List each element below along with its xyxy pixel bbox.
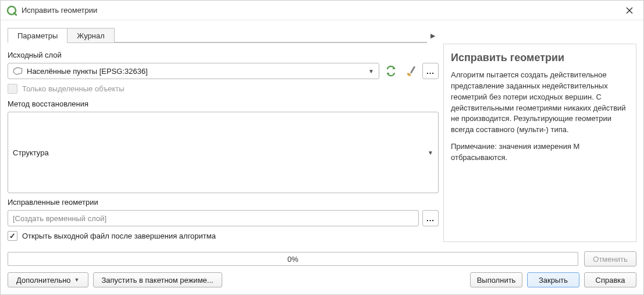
run-button[interactable]: Выполнить bbox=[470, 272, 522, 287]
input-layer-label: Исходный слой bbox=[8, 51, 439, 59]
tab-log[interactable]: Журнал bbox=[67, 28, 114, 42]
iterate-button[interactable] bbox=[383, 63, 399, 79]
input-layer-row: Населённые пункты [EPSG:32636] ▼ bbox=[8, 63, 439, 79]
polygon-layer-icon bbox=[13, 67, 23, 75]
batch-button[interactable]: Запустить в пакетном режиме... bbox=[93, 272, 222, 287]
cancel-button: Отменить bbox=[584, 251, 636, 266]
help-title: Исправить геометрии bbox=[451, 50, 629, 65]
chevron-down-icon: ▼ bbox=[74, 277, 80, 283]
titlebar: Исправить геометрии bbox=[1, 1, 643, 20]
method-label: Метод восстановления bbox=[8, 99, 439, 108]
help-paragraph-2: Примечание: значения измерения M отбрасы… bbox=[451, 141, 629, 164]
close-icon[interactable] bbox=[621, 2, 638, 19]
output-label: Исправленные геометрии bbox=[8, 198, 439, 207]
help-paragraph-1: Алгоритм пытается создать действительное… bbox=[451, 70, 629, 136]
input-layer-value: Населённые пункты [EPSG:32636] bbox=[27, 67, 148, 76]
selected-only-label: Только выделенные объекты bbox=[22, 84, 124, 93]
progress-text: 0% bbox=[287, 255, 298, 264]
dialog-window: Исправить геометрии Параметры Журнал ▶ И… bbox=[0, 0, 644, 295]
content-area: Параметры Журнал ▶ Исходный слой bbox=[1, 20, 643, 249]
chevron-down-icon: ▼ bbox=[368, 68, 374, 74]
advanced-button[interactable]: Дополнительно ▼ bbox=[8, 272, 88, 287]
help-button[interactable]: Справка bbox=[584, 272, 636, 287]
left-panel: Параметры Журнал ▶ Исходный слой bbox=[8, 27, 439, 242]
tab-bar: Параметры Журнал bbox=[8, 28, 427, 43]
app-icon bbox=[6, 5, 17, 16]
selected-only-checkbox bbox=[8, 84, 17, 94]
progress-bar: 0% bbox=[8, 252, 578, 266]
method-value: Структура bbox=[13, 148, 49, 157]
form-body: Исходный слой Населённые пункты [EPSG:32… bbox=[8, 44, 439, 242]
svg-rect-1 bbox=[410, 66, 416, 74]
tabs-row: Параметры Журнал ▶ bbox=[8, 27, 439, 44]
ellipsis-icon: ... bbox=[426, 67, 435, 75]
ellipsis-icon: ... bbox=[426, 215, 435, 222]
browse-output-button[interactable]: ... bbox=[422, 210, 439, 226]
output-placeholder: [Создать временный слой] bbox=[13, 214, 106, 223]
output-field[interactable]: [Создать временный слой] bbox=[8, 210, 419, 226]
method-select[interactable]: Структура ▼ bbox=[8, 112, 439, 193]
collapse-help-icon[interactable]: ▶ bbox=[427, 28, 439, 43]
browse-input-button[interactable]: ... bbox=[422, 63, 439, 79]
selected-only-checkbox-row: Только выделенные объекты bbox=[8, 83, 439, 95]
output-row: [Создать временный слой] ... bbox=[8, 210, 439, 226]
close-button[interactable]: Закрыть bbox=[527, 272, 579, 287]
open-after-checkbox[interactable]: ✓ bbox=[8, 231, 17, 241]
chevron-down-icon: ▼ bbox=[428, 150, 433, 156]
open-after-checkbox-row[interactable]: ✓ Открыть выходной файл после завершения… bbox=[8, 230, 439, 242]
open-after-label: Открыть выходной файл после завершения а… bbox=[22, 232, 216, 240]
advanced-options-button[interactable] bbox=[403, 63, 419, 79]
window-title: Исправить геометрии bbox=[22, 6, 621, 15]
check-icon: ✓ bbox=[9, 232, 16, 240]
tab-parameters[interactable]: Параметры bbox=[8, 28, 67, 43]
tab-filler bbox=[114, 28, 427, 42]
progress-row: 0% Отменить bbox=[8, 251, 636, 266]
bottom-area: 0% Отменить Дополнительно ▼ Запустить в … bbox=[1, 249, 643, 294]
help-panel: Исправить геометрии Алгоритм пытается со… bbox=[443, 44, 636, 242]
input-layer-select[interactable]: Населённые пункты [EPSG:32636] ▼ bbox=[8, 63, 379, 79]
button-row: Дополнительно ▼ Запустить в пакетном реж… bbox=[8, 272, 636, 287]
